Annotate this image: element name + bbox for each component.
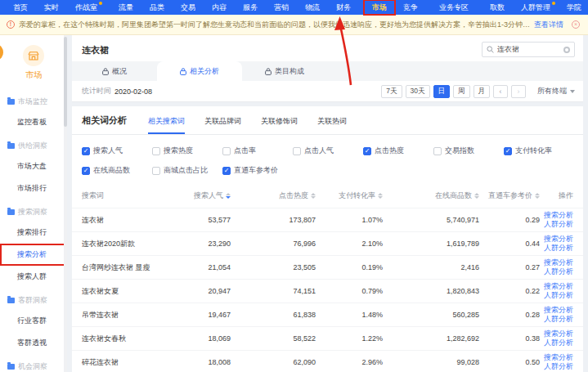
checkbox-checked[interactable]: ✓ [504, 147, 512, 155]
action-link-搜索分析[interactable]: 搜索分析 [540, 258, 573, 267]
sidebar-scrollbar[interactable] [64, 35, 67, 372]
checkbox-unchecked[interactable] [152, 147, 160, 155]
range-button-30天[interactable]: 30天 [406, 85, 430, 98]
checkbox-unchecked[interactable] [222, 147, 231, 155]
nav-item-首页[interactable]: 首页 [5, 0, 36, 15]
sidebar-item-市场排行[interactable]: 市场排行 [0, 177, 67, 199]
nav-item-市场[interactable]: 市场 [364, 0, 395, 15]
action-link-人群分析[interactable]: 人群分析 [540, 244, 573, 253]
sidebar-section-label: 市场监控 [18, 96, 47, 107]
action-link-搜索分析[interactable]: 搜索分析 [540, 211, 573, 220]
action-link-人群分析[interactable]: 人群分析 [540, 267, 573, 276]
tab-strip: 概况相关分析类目构成 [72, 61, 583, 81]
nav-item-营销[interactable]: 营销 [266, 0, 297, 15]
tab-相关分析[interactable]: 相关分析 [157, 61, 242, 81]
metric-filters: ✓搜索人气搜索热度点击率点击人气✓点击热度交易指数✓支付转化率✓在线商品数商城点… [72, 135, 583, 182]
action-link-人群分析[interactable]: 人群分析 [540, 291, 573, 300]
nav-item-学院[interactable]: 学院 [559, 0, 588, 15]
period-button-周[interactable]: 周 [453, 85, 470, 98]
sort-icon[interactable] [311, 193, 316, 199]
sidebar-item-监控看板[interactable]: 监控看板 [0, 111, 67, 133]
subtab-关联修饰词[interactable]: 关联修饰词 [261, 116, 298, 134]
tab-概况[interactable]: 概况 [72, 61, 157, 81]
sort-icon[interactable] [535, 193, 540, 199]
sidebar-item-市场大盘[interactable]: 市场大盘 [0, 155, 67, 177]
filter-点击率[interactable]: 点击率 [222, 146, 293, 156]
filter-点击热度[interactable]: ✓点击热度 [363, 146, 433, 156]
nav-item-竞争[interactable]: 竞争 [395, 0, 426, 15]
filter-支付转化率[interactable]: ✓支付转化率 [504, 146, 574, 156]
nav-item-物流[interactable]: 物流 [297, 0, 328, 15]
nav-item-流量[interactable]: 流量 [110, 0, 141, 15]
action-link-搜索分析[interactable]: 搜索分析 [540, 353, 573, 362]
checkbox-unchecked[interactable] [152, 167, 160, 175]
nav-item-业务专区[interactable]: 业务专区 [431, 0, 477, 15]
column-label: 支付转化率 [339, 191, 375, 199]
filter-搜索人气[interactable]: ✓搜索人气 [82, 146, 152, 156]
nav-item-财务[interactable]: 财务 [328, 0, 359, 15]
next-button[interactable]: › [511, 85, 526, 98]
tab-类目构成[interactable]: 类目构成 [242, 61, 327, 81]
action-link-搜索分析[interactable]: 搜索分析 [540, 235, 573, 244]
checkbox-unchecked[interactable] [293, 147, 301, 155]
keyword-search-box[interactable] [482, 42, 575, 57]
checkbox-checked[interactable]: ✓ [222, 167, 231, 175]
search-icon [487, 46, 494, 53]
sidebar-item-搜索分析[interactable]: 搜索分析 [0, 244, 67, 266]
period-button-月[interactable]: 月 [474, 85, 491, 98]
notice-detail-link[interactable]: 查看详情 [534, 20, 563, 30]
cell-actions: 搜索分析人群分析 [540, 303, 583, 327]
column-header-直通车参考价[interactable]: 直通车参考价 [479, 184, 540, 208]
sidebar-item-行业客群[interactable]: 行业客群 [0, 310, 67, 332]
keyword-search-input[interactable] [497, 46, 563, 54]
action-link-人群分析[interactable]: 人群分析 [540, 362, 573, 371]
nav-item-品类[interactable]: 品类 [141, 0, 173, 15]
sort-icon[interactable] [226, 193, 231, 199]
prev-button[interactable]: ‹ [493, 85, 508, 98]
action-link-人群分析[interactable]: 人群分析 [540, 338, 573, 347]
settings-icon[interactable] [563, 47, 570, 53]
action-link-搜索分析[interactable]: 搜索分析 [540, 306, 573, 315]
checkbox-checked[interactable]: ✓ [363, 147, 371, 155]
nav-item-人群管理[interactable]: 人群管理 [513, 0, 559, 15]
column-header-搜索人气[interactable]: 搜索人气 [188, 184, 231, 208]
action-link-搜索分析[interactable]: 搜索分析 [540, 329, 573, 338]
column-label: 操作 [559, 191, 573, 199]
action-link-人群分析[interactable]: 人群分析 [540, 220, 573, 229]
nav-item-作战室[interactable]: 作战室 [67, 0, 105, 15]
sidebar-item-搜索排行[interactable]: 搜索排行 [0, 222, 67, 244]
folder-icon [7, 209, 15, 215]
cell-value: 560,285 [383, 303, 479, 327]
sort-icon[interactable] [474, 193, 479, 199]
checkbox-unchecked[interactable] [433, 147, 442, 155]
subtab-关联品牌词[interactable]: 关联品牌词 [204, 116, 241, 134]
sidebar-item-客群透视[interactable]: 客群透视 [0, 332, 67, 354]
nav-item-内容[interactable]: 内容 [204, 0, 235, 15]
filter-直通车参考价[interactable]: ✓直通车参考价 [222, 165, 293, 176]
checkbox-checked[interactable]: ✓ [82, 147, 90, 155]
range-button-7天[interactable]: 7天 [381, 85, 402, 98]
filter-商城点击占比[interactable]: 商城点击占比 [152, 165, 222, 176]
checkbox-checked[interactable]: ✓ [82, 167, 90, 175]
terminal-dropdown[interactable]: 所有终端 [537, 86, 575, 96]
subtab-关联热词[interactable]: 关联热词 [317, 116, 347, 134]
column-header-支付转化率[interactable]: 支付转化率 [316, 184, 383, 208]
subtab-相关搜索词[interactable]: 相关搜索词 [148, 116, 185, 134]
nav-item-服务[interactable]: 服务 [235, 0, 266, 15]
nav-item-交易[interactable]: 交易 [173, 0, 204, 15]
action-link-人群分析[interactable]: 人群分析 [540, 315, 573, 324]
column-header-在线商品数[interactable]: 在线商品数 [383, 184, 479, 208]
nav-item-取数[interactable]: 取数 [482, 0, 513, 15]
filter-在线商品数[interactable]: ✓在线商品数 [82, 165, 152, 176]
nav-item-实时[interactable]: 实时 [36, 0, 67, 15]
period-button-日[interactable]: 日 [433, 85, 451, 98]
column-header-点击热度[interactable]: 点击热度 [231, 184, 316, 208]
action-link-搜索分析[interactable]: 搜索分析 [540, 282, 573, 291]
filter-交易指数[interactable]: 交易指数 [433, 146, 504, 156]
close-icon[interactable]: × [572, 20, 580, 29]
filter-搜索热度[interactable]: 搜索热度 [152, 146, 222, 156]
scrollbar-thumb[interactable] [64, 37, 67, 127]
sidebar-item-搜索人群[interactable]: 搜索人群 [0, 266, 67, 288]
filter-点击人气[interactable]: 点击人气 [293, 146, 363, 156]
sort-icon[interactable] [378, 193, 383, 199]
